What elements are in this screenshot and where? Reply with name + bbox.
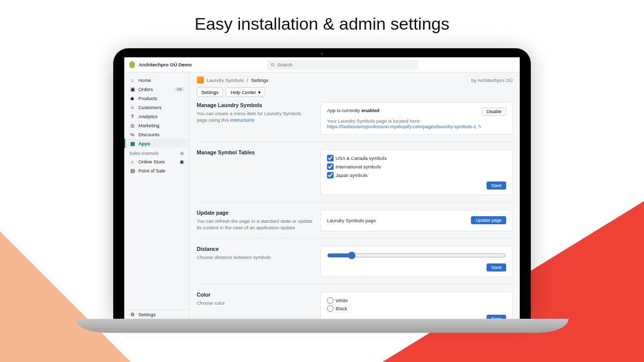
checkbox-label: USA & Canada symbols xyxy=(336,155,386,161)
apps-icon: ▦ xyxy=(129,140,135,146)
help-center-button[interactable]: Help Center▾ xyxy=(226,87,265,97)
checkbox-label: International symbols xyxy=(336,164,381,169)
sidebar-item-customers[interactable]: ☺Customers xyxy=(124,103,189,112)
breadcrumb: Laundry Symbols / Settings xyxy=(197,76,268,83)
sidebar-item-label: Analytics xyxy=(138,114,157,119)
search-icon xyxy=(270,62,275,67)
section-title-color: Color xyxy=(197,292,312,298)
checkbox-usa[interactable]: USA & Canada symbols xyxy=(327,155,506,161)
section-title-distance: Distance xyxy=(197,246,312,252)
sidebar-item-analytics[interactable]: ⇑Analytics xyxy=(124,112,189,121)
search-placeholder: Search xyxy=(277,62,292,67)
sidebar-item-orders[interactable]: ▣Orders68 xyxy=(124,84,189,94)
sidebar-item-products[interactable]: ◆Products xyxy=(124,94,189,103)
main-content: Laundry Symbols / Settings by Architechp… xyxy=(190,72,520,319)
checkbox-japan-input[interactable] xyxy=(327,172,334,178)
laptop-base xyxy=(75,319,569,333)
page-url-link[interactable]: https://fashionismyprofession.myshopify.… xyxy=(327,124,476,129)
help-center-label: Help Center xyxy=(230,89,256,95)
edit-url-icon[interactable]: ✎ xyxy=(478,124,482,129)
sidebar: ⌂Home ▣Orders68 ◆Products ☺Customers ⇑An… xyxy=(124,72,190,319)
hero-title: Easy installation & admin settings xyxy=(0,0,644,34)
radio-label: Black xyxy=(336,306,347,311)
save-color-button[interactable]: Save xyxy=(487,315,506,319)
divider xyxy=(197,202,513,203)
svg-point-0 xyxy=(271,63,274,65)
byline: by Architechpro OÜ xyxy=(471,77,513,83)
sidebar-item-label: Home xyxy=(138,77,151,83)
checkbox-usa-input[interactable] xyxy=(327,155,334,161)
add-channel-icon[interactable]: ⊕ xyxy=(180,151,184,156)
camera-dot xyxy=(320,52,324,55)
search-input[interactable]: Search xyxy=(267,60,418,70)
section-title-symbol-tables: Manage Symbol Tables xyxy=(197,149,312,155)
checkbox-intl[interactable]: International symbols xyxy=(327,163,506,170)
discounts-icon: % xyxy=(129,131,135,137)
sidebar-item-label: Apps xyxy=(138,141,150,146)
products-icon: ◆ xyxy=(129,95,135,101)
radio-white[interactable]: White xyxy=(327,297,506,304)
gear-icon: ⚙ xyxy=(129,311,135,317)
update-page-label: Laundry Symbols page xyxy=(327,218,376,223)
section-desc-manage-symbols: You can create a menu item for Laundry S… xyxy=(197,110,312,124)
checkbox-japan[interactable]: Japan symbols xyxy=(327,172,506,178)
app-icon xyxy=(197,76,204,83)
sidebar-item-label: Discounts xyxy=(138,132,159,137)
divider xyxy=(197,284,513,285)
app-status-text: App is currently enabled xyxy=(327,108,482,113)
sidebar-item-settings[interactable]: ⚙Settings xyxy=(124,310,189,319)
customers-icon: ☺ xyxy=(129,104,135,110)
sidebar-item-label: Online Store xyxy=(138,159,165,164)
view-icon[interactable]: ◉ xyxy=(180,159,184,164)
analytics-icon: ⇑ xyxy=(129,113,135,119)
sidebar-item-online-store[interactable]: ⌂Online Store◉ xyxy=(124,157,189,166)
radio-black-input[interactable] xyxy=(327,305,334,312)
checkbox-intl-input[interactable] xyxy=(327,163,334,170)
orders-icon: ▣ xyxy=(129,86,135,92)
laptop-frame: Architechpro OÜ Demo Search ⌂Home ▣Order… xyxy=(113,48,531,319)
instructions-link[interactable]: instructions xyxy=(230,117,255,123)
sidebar-item-pos[interactable]: ▤Point of Sale xyxy=(124,166,189,175)
sidebar-item-discounts[interactable]: %Discounts xyxy=(124,130,189,139)
orders-badge: 68 xyxy=(175,87,184,92)
sidebar-item-label: Marketing xyxy=(138,123,159,128)
breadcrumb-sep: / xyxy=(247,77,248,83)
home-icon: ⌂ xyxy=(129,77,135,83)
sidebar-item-apps[interactable]: ▦Apps xyxy=(124,139,189,148)
sidebar-item-home[interactable]: ⌂Home xyxy=(124,75,189,84)
checkbox-label: Japan symbols xyxy=(336,172,367,178)
store-icon: ⌂ xyxy=(129,158,135,164)
breadcrumb-current: Settings xyxy=(251,77,268,83)
sidebar-item-label: Customers xyxy=(138,105,162,110)
sidebar-item-label: Settings xyxy=(138,312,155,317)
section-title-update: Update page xyxy=(197,210,312,216)
update-page-button[interactable]: Update page xyxy=(471,216,506,224)
section-desc-color: Choose color xyxy=(197,300,312,306)
svg-line-1 xyxy=(273,65,274,66)
distance-slider[interactable] xyxy=(327,251,506,259)
radio-black[interactable]: Black xyxy=(327,305,506,312)
section-title-manage-symbols: Manage Laundry Symbols xyxy=(197,102,312,108)
settings-button[interactable]: Settings xyxy=(197,87,223,97)
sidebar-item-label: Products xyxy=(138,96,157,101)
radio-label: White xyxy=(336,298,348,303)
store-name: Architechpro OÜ Demo xyxy=(139,62,192,67)
disable-button[interactable]: Disable xyxy=(482,108,506,116)
breadcrumb-app[interactable]: Laundry Symbols xyxy=(207,77,244,83)
pos-icon: ▤ xyxy=(129,167,135,173)
section-desc-update: You can refresh the page to a standard s… xyxy=(197,218,312,231)
app-screen: Architechpro OÜ Demo Search ⌂Home ▣Order… xyxy=(124,57,520,319)
marketing-icon: ◎ xyxy=(129,122,135,128)
sidebar-item-marketing[interactable]: ◎Marketing xyxy=(124,121,189,130)
save-tables-button[interactable]: Save xyxy=(487,182,506,190)
page-located-label: Your Laundry Symbols page is located her… xyxy=(327,118,482,124)
sales-channels-label: Sales channels ⊕ xyxy=(124,148,189,157)
sidebar-item-label: Point of Sale xyxy=(138,168,166,173)
topbar: Architechpro OÜ Demo Search xyxy=(124,57,520,72)
radio-white-input[interactable] xyxy=(327,297,334,304)
divider xyxy=(197,142,513,142)
divider xyxy=(197,238,513,239)
save-distance-button[interactable]: Save xyxy=(487,263,506,272)
sidebar-item-label: Orders xyxy=(138,86,153,92)
section-desc-distance: Choose distance between symbols xyxy=(197,254,312,260)
